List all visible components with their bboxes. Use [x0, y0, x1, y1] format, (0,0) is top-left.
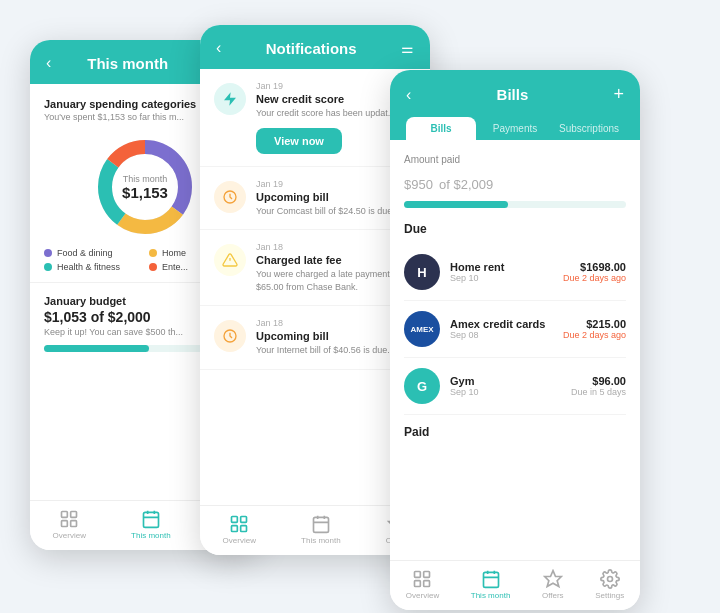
- notifications-title: Notifications: [221, 40, 401, 57]
- donut-label: This month $1,153: [122, 174, 168, 201]
- bill-info-amex: Amex credit cards Sep 08: [450, 318, 553, 340]
- svg-rect-5: [62, 512, 68, 518]
- bills-nav-offers[interactable]: Offers: [542, 569, 564, 600]
- amount-progress-fill: [404, 201, 508, 208]
- svg-rect-19: [241, 517, 247, 523]
- svg-rect-21: [241, 526, 247, 532]
- bill-row-amex: AMEX Amex credit cards Sep 08 $215.00 Du…: [404, 301, 626, 358]
- nav-overview[interactable]: Overview: [53, 509, 86, 540]
- back-icon[interactable]: ‹: [46, 54, 51, 72]
- amount-paid-value: $950 of $2,009: [404, 169, 626, 195]
- bills-card: ‹ Bills + Bills Payments Subscriptions A…: [390, 70, 640, 610]
- donut-chart: This month $1,153: [90, 132, 200, 242]
- legend-health: Health & fitness: [44, 262, 141, 272]
- notif-date-2: Jan 19: [256, 179, 400, 189]
- amount-paid-label: Amount paid: [404, 154, 626, 165]
- notif-nav-thismonth-label: This month: [301, 536, 341, 545]
- bill-row-homerent: H Home rent Sep 10 $1698.00 Due 2 days a…: [404, 244, 626, 301]
- svg-rect-31: [483, 572, 498, 587]
- notif-nav-overview-label: Overview: [223, 536, 256, 545]
- svg-rect-8: [71, 521, 77, 527]
- bill-amount-wrap-gym: $96.00 Due in 5 days: [571, 375, 626, 397]
- view-now-button[interactable]: View now: [256, 128, 342, 154]
- bills-nav-settings[interactable]: Settings: [595, 569, 624, 600]
- svg-rect-30: [424, 581, 430, 587]
- bill-name-homerent: Home rent: [450, 261, 553, 273]
- svg-rect-9: [143, 512, 158, 527]
- svg-rect-6: [71, 512, 77, 518]
- notif-icon-clock-1: [214, 181, 246, 213]
- bill-avatar-amex: AMEX: [404, 311, 440, 347]
- bill-row-gym: G Gym Sep 10 $96.00 Due in 5 days: [404, 358, 626, 415]
- bills-bottom-nav: Overview This month Offers Settings: [390, 560, 640, 610]
- legend-label-home: Home: [162, 248, 186, 258]
- bill-amount-wrap-amex: $215.00 Due 2 days ago: [563, 318, 626, 340]
- tab-bills[interactable]: Bills: [406, 117, 476, 140]
- nav-thismonth[interactable]: This month: [131, 509, 171, 540]
- svg-rect-7: [62, 521, 68, 527]
- notif-icon-lightning: [214, 83, 246, 115]
- svg-rect-22: [313, 517, 328, 532]
- tab-payments[interactable]: Payments: [480, 117, 550, 140]
- legend-dot-home: [149, 249, 157, 257]
- notif-nav-thismonth[interactable]: This month: [301, 514, 341, 545]
- legend-dot-food: [44, 249, 52, 257]
- notif-icon-clock-2: [214, 320, 246, 352]
- nav-overview-label: Overview: [53, 531, 86, 540]
- notif-date-4: Jan 18: [256, 318, 395, 328]
- bill-date-gym: Sep 10: [450, 387, 561, 397]
- legend-dot-health: [44, 263, 52, 271]
- svg-rect-18: [232, 517, 238, 523]
- tab-subscriptions[interactable]: Subscriptions: [554, 117, 624, 140]
- bill-info-homerent: Home rent Sep 10: [450, 261, 553, 283]
- bill-due-amex: Due 2 days ago: [563, 330, 626, 340]
- due-label: Due: [404, 222, 626, 236]
- bill-name-gym: Gym: [450, 375, 561, 387]
- bill-date-amex: Sep 08: [450, 330, 553, 340]
- legend-dot-ente: [149, 263, 157, 271]
- notif-title-2: Upcoming bill: [256, 191, 400, 203]
- bills-tabs: Bills Payments Subscriptions: [406, 117, 624, 140]
- bill-date-homerent: Sep 10: [450, 273, 553, 283]
- notif-content-upcoming1: Jan 19 Upcoming bill Your Comcast bill o…: [256, 179, 400, 218]
- notif-nav-overview[interactable]: Overview: [223, 514, 256, 545]
- nav-thismonth-label: This month: [131, 531, 171, 540]
- bills-body: Amount paid $950 of $2,009 Due H Home re…: [390, 140, 640, 443]
- amount-progress-bar: [404, 201, 626, 208]
- svg-point-36: [607, 577, 612, 582]
- bill-amount-homerent: $1698.00: [563, 261, 626, 273]
- filter-icon-notif[interactable]: ⚌: [401, 40, 414, 56]
- legend-food: Food & dining: [44, 248, 141, 258]
- notif-body-4: Your Internet bill of $40.56 is due...: [256, 344, 395, 357]
- bills-nav-overview[interactable]: Overview: [406, 569, 439, 600]
- bills-title: Bills: [411, 86, 613, 103]
- svg-rect-20: [232, 526, 238, 532]
- bill-due-homerent: Due 2 days ago: [563, 273, 626, 283]
- bills-header-top: ‹ Bills +: [406, 84, 624, 105]
- notif-body-2: Your Comcast bill of $24.50 is due...: [256, 205, 400, 218]
- bill-due-gym: Due in 5 days: [571, 387, 626, 397]
- bills-header: ‹ Bills + Bills Payments Subscriptions: [390, 70, 640, 140]
- notif-content-upcoming2: Jan 18 Upcoming bill Your Internet bill …: [256, 318, 395, 357]
- bill-amount-wrap-homerent: $1698.00 Due 2 days ago: [563, 261, 626, 283]
- svg-marker-35: [544, 571, 561, 587]
- bills-nav-thismonth[interactable]: This month: [471, 569, 511, 600]
- bill-info-gym: Gym Sep 10: [450, 375, 561, 397]
- bill-avatar-homerent: H: [404, 254, 440, 290]
- notifications-header: ‹ Notifications ⚌: [200, 25, 430, 69]
- bill-avatar-gym: G: [404, 368, 440, 404]
- thismonth-title: This month: [87, 55, 168, 72]
- bills-nav-offers-label: Offers: [542, 591, 564, 600]
- bills-nav-settings-label: Settings: [595, 591, 624, 600]
- bills-nav-overview-label: Overview: [406, 591, 439, 600]
- legend-label-ente: Ente...: [162, 262, 188, 272]
- add-icon-bills[interactable]: +: [613, 84, 624, 105]
- legend-label-health: Health & fitness: [57, 262, 120, 272]
- svg-rect-27: [415, 572, 421, 578]
- svg-rect-29: [415, 581, 421, 587]
- bill-name-amex: Amex credit cards: [450, 318, 553, 330]
- bill-amount-amex: $215.00: [563, 318, 626, 330]
- legend-label-food: Food & dining: [57, 248, 113, 258]
- bill-amount-gym: $96.00: [571, 375, 626, 387]
- paid-label: Paid: [404, 415, 626, 443]
